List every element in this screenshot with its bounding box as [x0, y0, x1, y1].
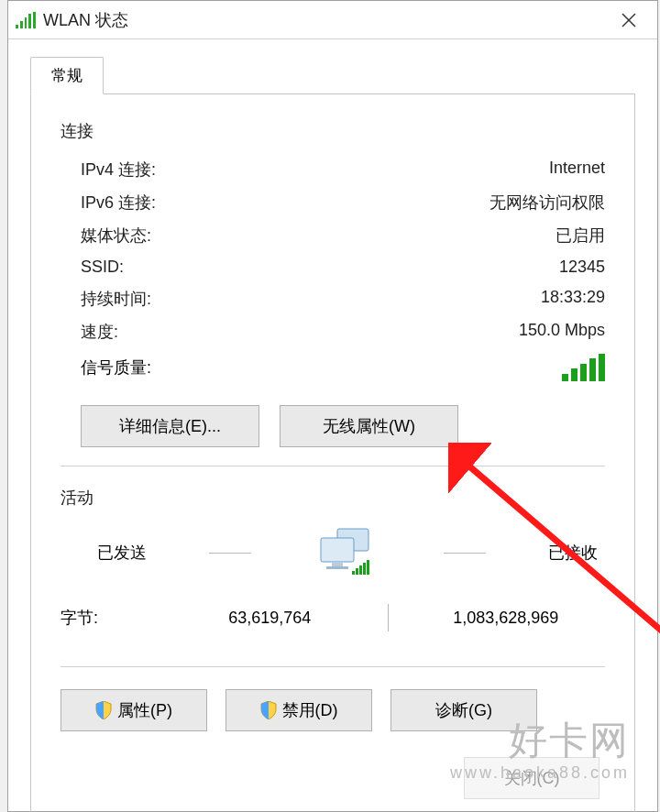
ipv6-row: IPv6 连接: 无网络访问权限	[60, 186, 605, 219]
ssid-row: SSID: 12345	[60, 252, 605, 282]
window-close-button[interactable]	[608, 2, 650, 38]
ipv4-value: Internet	[549, 159, 605, 181]
svg-rect-4	[332, 562, 343, 566]
disable-button[interactable]: 禁用(D)	[226, 689, 372, 731]
diagnose-button[interactable]: 诊断(G)	[390, 689, 537, 731]
signal-row: 信号质量:	[60, 348, 605, 387]
bytes-sent-value: 63,619,764	[170, 609, 369, 628]
wifi-signal-icon	[16, 12, 36, 28]
window-title: WLAN 状态	[43, 9, 608, 31]
ipv4-row: IPv4 连接: Internet	[60, 153, 605, 186]
signal-strength-icon	[561, 354, 605, 381]
svg-rect-5	[326, 566, 348, 569]
properties-button[interactable]: 属性(P)	[60, 689, 207, 731]
close-button[interactable]: 关闭(C)	[464, 757, 600, 799]
svg-rect-8	[359, 565, 362, 575]
ssid-label: SSID:	[81, 258, 124, 277]
duration-value: 18:33:29	[541, 288, 605, 310]
titlebar: WLAN 状态	[8, 1, 657, 39]
media-state-label: 媒体状态:	[81, 225, 151, 247]
dash-left	[209, 553, 251, 554]
connection-section-title: 连接	[60, 120, 605, 142]
svg-rect-3	[321, 538, 354, 562]
ssid-value: 12345	[559, 258, 605, 277]
wlan-status-window: WLAN 状态 常规 连接 IPv4 连接: Internet IPv6 连接:…	[7, 0, 658, 812]
divider-2	[60, 666, 605, 667]
activity-section-title: 活动	[60, 487, 605, 509]
svg-rect-10	[367, 560, 369, 575]
disable-button-label: 禁用(D)	[282, 699, 338, 721]
duration-label: 持续时间:	[81, 288, 151, 310]
tab-general[interactable]: 常规	[30, 57, 104, 94]
recv-label: 已接收	[548, 542, 598, 564]
dash-right	[444, 553, 486, 554]
speed-value: 150.0 Mbps	[519, 321, 605, 343]
bytes-divider	[388, 604, 389, 631]
properties-button-label: 属性(P)	[117, 699, 172, 721]
ipv6-value: 无网络访问权限	[490, 192, 605, 214]
activity-row: 已发送	[60, 527, 605, 578]
ipv4-label: IPv4 连接:	[81, 159, 156, 181]
media-state-value: 已启用	[556, 225, 605, 247]
bytes-row: 字节: 63,619,764 1,083,628,969	[60, 604, 605, 631]
details-button[interactable]: 详细信息(E)...	[81, 405, 259, 447]
signal-label: 信号质量:	[81, 357, 151, 379]
svg-rect-7	[356, 568, 358, 575]
shield-icon	[260, 701, 277, 719]
speed-row: 速度: 150.0 Mbps	[60, 315, 605, 348]
svg-rect-6	[352, 571, 355, 575]
duration-row: 持续时间: 18:33:29	[60, 282, 605, 315]
media-state-row: 媒体状态: 已启用	[60, 219, 605, 252]
tab-strip: 常规	[30, 56, 635, 94]
speed-label: 速度:	[81, 321, 118, 343]
ipv6-label: IPv6 连接:	[81, 192, 156, 214]
svg-rect-9	[363, 563, 366, 575]
sent-label: 已发送	[97, 542, 147, 564]
divider	[60, 466, 605, 466]
shield-icon	[95, 701, 112, 719]
bytes-recv-value: 1,083,628,969	[407, 609, 606, 628]
bytes-label: 字节:	[60, 607, 170, 629]
general-panel: 连接 IPv4 连接: Internet IPv6 连接: 无网络访问权限 媒体…	[30, 94, 635, 812]
wireless-properties-button[interactable]: 无线属性(W)	[280, 405, 458, 447]
network-monitors-icon	[314, 527, 381, 578]
